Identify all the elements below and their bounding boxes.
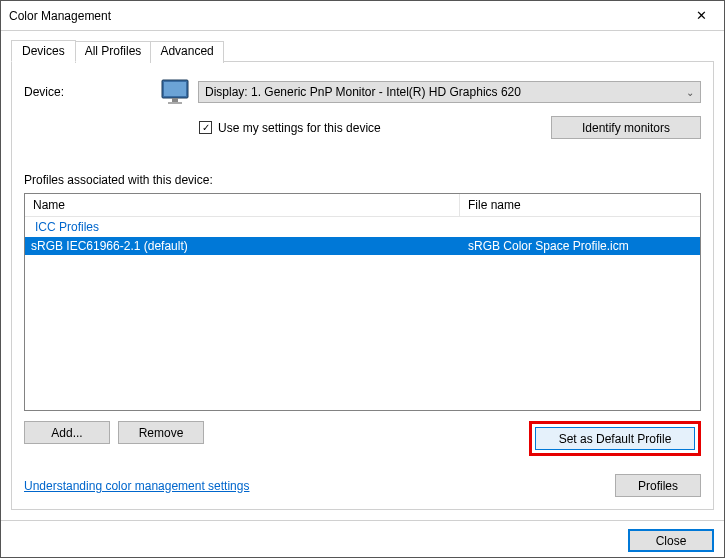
profile-row-name: sRGB IEC61966-2.1 (default) bbox=[25, 237, 462, 255]
remove-button[interactable]: Remove bbox=[118, 421, 204, 444]
highlight-annotation: Set as Default Profile bbox=[529, 421, 701, 456]
profile-buttons-row: Add... Remove Set as Default Profile bbox=[24, 421, 701, 456]
profiles-listbox[interactable]: Name File name ICC Profiles sRGB IEC6196… bbox=[24, 193, 701, 411]
link-row: Understanding color management settings … bbox=[24, 474, 701, 497]
close-button[interactable]: Close bbox=[628, 529, 714, 552]
list-header: Name File name bbox=[25, 194, 700, 217]
content-area: Devices All Profiles Advanced Device: Di… bbox=[1, 31, 724, 520]
device-dropdown[interactable]: Display: 1. Generic PnP Monitor - Intel(… bbox=[198, 81, 701, 103]
svg-rect-1 bbox=[164, 82, 186, 96]
profiles-section-label: Profiles associated with this device: bbox=[24, 173, 701, 187]
svg-rect-3 bbox=[168, 102, 182, 104]
add-button[interactable]: Add... bbox=[24, 421, 110, 444]
column-header-name[interactable]: Name bbox=[25, 194, 460, 216]
device-selected-text: Display: 1. Generic PnP Monitor - Intel(… bbox=[205, 85, 521, 99]
profile-row-selected[interactable]: sRGB IEC61966-2.1 (default) sRGB Color S… bbox=[25, 237, 700, 255]
profile-row-filename: sRGB Color Space Profile.icm bbox=[462, 237, 700, 255]
devices-panel: Device: Display: 1. Generic PnP Monitor … bbox=[11, 61, 714, 510]
device-label: Device: bbox=[24, 85, 154, 99]
tab-devices[interactable]: Devices bbox=[11, 40, 76, 62]
dialog-footer: Close bbox=[1, 520, 724, 558]
column-header-filename[interactable]: File name bbox=[460, 194, 700, 216]
svg-rect-2 bbox=[172, 98, 178, 102]
window-title: Color Management bbox=[9, 9, 111, 23]
understanding-link[interactable]: Understanding color management settings bbox=[24, 479, 249, 493]
profiles-button[interactable]: Profiles bbox=[615, 474, 701, 497]
use-settings-label: Use my settings for this device bbox=[218, 121, 381, 135]
tab-all-profiles[interactable]: All Profiles bbox=[75, 41, 152, 63]
close-icon[interactable]: ✕ bbox=[679, 1, 724, 30]
tab-advanced[interactable]: Advanced bbox=[150, 41, 223, 63]
set-default-profile-button[interactable]: Set as Default Profile bbox=[535, 427, 695, 450]
profile-group-label: ICC Profiles bbox=[25, 217, 700, 237]
tab-strip: Devices All Profiles Advanced bbox=[11, 39, 714, 61]
chevron-down-icon: ⌄ bbox=[686, 87, 694, 98]
titlebar: Color Management ✕ bbox=[1, 1, 724, 31]
settings-row: ✓ Use my settings for this device Identi… bbox=[199, 116, 701, 139]
identify-monitors-button[interactable]: Identify monitors bbox=[551, 116, 701, 139]
use-settings-checkbox[interactable]: ✓ bbox=[199, 121, 212, 134]
monitor-icon bbox=[158, 76, 194, 108]
device-row: Device: Display: 1. Generic PnP Monitor … bbox=[24, 76, 701, 108]
